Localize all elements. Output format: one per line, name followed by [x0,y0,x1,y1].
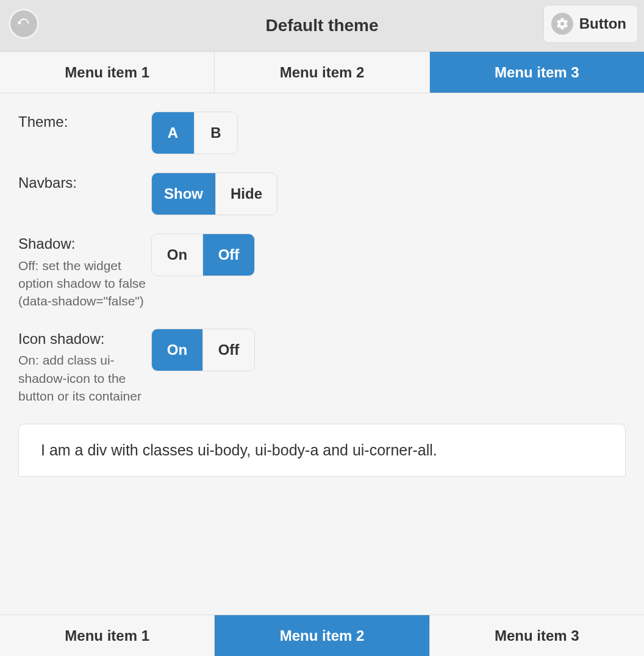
shadow-label-block: Shadow: Off: set the widget option shado… [18,234,151,310]
icon-shadow-option-off-label: Off [218,341,240,358]
footer-tab-2-label: Menu item 2 [280,627,365,644]
navbars-row: Navbars: Show Hide [18,173,626,215]
shadow-option-off-label: Off [218,246,240,263]
top-navbar: Menu item 1 Menu item 2 Menu item 3 [0,52,644,93]
theme-option-a-label: A [168,124,178,141]
navbars-option-show-label: Show [164,185,203,202]
top-tab-1-label: Menu item 1 [65,64,149,81]
navbars-control: Show Hide [151,173,277,215]
footer-tab-1[interactable]: Menu item 1 [0,615,215,656]
theme-row: Theme: A B [18,112,626,154]
theme-control: A B [151,112,238,154]
navbars-option-show[interactable]: Show [152,173,216,215]
body-demo-text: I am a div with classes ui-body, ui-body… [41,441,437,458]
gear-icon [551,13,573,35]
shadow-desc: Off: set the widget option shadow to fal… [18,257,151,310]
shadow-option-on-label: On [167,246,187,263]
content-area: Theme: A B Navbars: Show Hide Shadow: Of… [0,93,644,477]
theme-option-a[interactable]: A [152,112,195,154]
body-demo-box: I am a div with classes ui-body, ui-body… [18,424,626,477]
navbars-label: Navbars: [18,173,151,193]
icon-shadow-control: On Off [151,329,255,371]
top-tab-3-label: Menu item 3 [495,64,579,81]
top-tab-2[interactable]: Menu item 2 [215,52,429,93]
settings-button-label: Button [579,15,626,32]
theme-option-b[interactable]: B [195,112,237,154]
navbars-option-hide-label: Hide [231,185,262,202]
shadow-option-on[interactable]: On [152,234,203,276]
icon-shadow-desc: On: add class ui-shadow-icon to the butt… [18,351,151,405]
top-tab-3[interactable]: Menu item 3 [430,52,644,93]
shadow-option-off[interactable]: Off [203,234,254,276]
header-bar: Default theme Button [0,0,644,52]
back-button[interactable] [9,9,39,39]
footer-tab-2[interactable]: Menu item 2 [215,615,429,656]
theme-label: Theme: [18,112,151,132]
footer-tab-3[interactable]: Menu item 3 [430,615,644,656]
footer-tab-3-label: Menu item 3 [495,627,579,644]
footer-tab-1-label: Menu item 1 [65,627,149,644]
top-tab-2-label: Menu item 2 [280,64,365,81]
icon-shadow-row: Icon shadow: On: add class ui-shadow-ico… [18,329,626,405]
theme-option-b-label: B [210,124,221,141]
icon-shadow-option-on-label: On [167,341,187,358]
navbars-option-hide[interactable]: Hide [216,173,277,215]
shadow-row: Shadow: Off: set the widget option shado… [18,234,626,310]
icon-shadow-option-off[interactable]: Off [203,329,254,371]
icon-shadow-label-block: Icon shadow: On: add class ui-shadow-ico… [18,329,151,405]
footer-navbar: Menu item 1 Menu item 2 Menu item 3 [0,615,644,656]
shadow-label: Shadow: [18,235,75,252]
back-icon [17,16,30,32]
icon-shadow-label: Icon shadow: [18,330,104,347]
shadow-control: On Off [151,234,255,276]
settings-button[interactable]: Button [543,5,638,43]
icon-shadow-option-on[interactable]: On [152,329,203,371]
top-tab-1[interactable]: Menu item 1 [0,52,215,93]
